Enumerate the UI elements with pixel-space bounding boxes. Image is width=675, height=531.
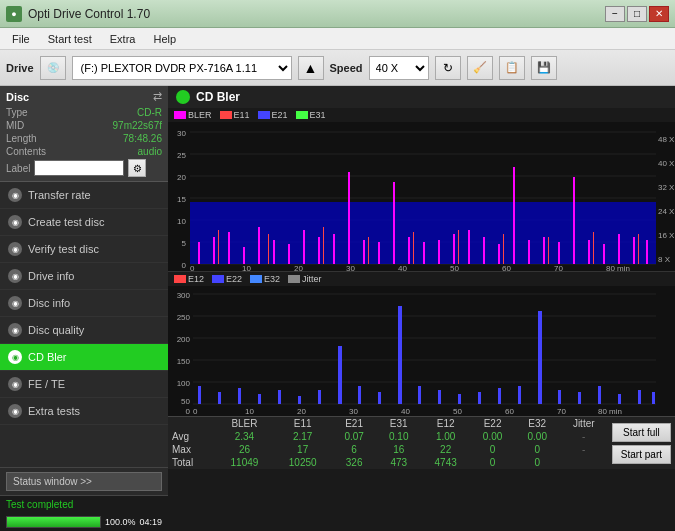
toolbar: Drive 💿 (F:) PLEXTOR DVDR PX-716A 1.11 ▲… bbox=[0, 50, 675, 86]
stats-total-jitter bbox=[560, 456, 608, 469]
sidebar-item-drive-info[interactable]: ◉ Drive info bbox=[0, 263, 168, 290]
fe-te-icon: ◉ bbox=[8, 377, 22, 391]
disc-arrow-icon[interactable]: ⇄ bbox=[153, 90, 162, 103]
svg-rect-43 bbox=[393, 182, 395, 264]
svg-text:10: 10 bbox=[245, 407, 254, 416]
close-button[interactable]: ✕ bbox=[649, 6, 669, 22]
svg-text:70: 70 bbox=[557, 407, 566, 416]
legend-e21: E21 bbox=[258, 110, 288, 120]
disc-label-input[interactable] bbox=[34, 160, 124, 176]
stats-total-e22: 0 bbox=[470, 456, 515, 469]
transfer-rate-icon: ◉ bbox=[8, 188, 22, 202]
sidebar-item-verify-test-disc[interactable]: ◉ Verify test disc bbox=[0, 236, 168, 263]
verify-test-disc-icon: ◉ bbox=[8, 242, 22, 256]
stats-header-e21: E21 bbox=[332, 417, 377, 430]
svg-rect-94 bbox=[218, 392, 221, 404]
sidebar-item-extra-tests[interactable]: ◉ Extra tests bbox=[0, 398, 168, 425]
start-full-button[interactable]: Start full bbox=[612, 423, 671, 442]
disc-type-key: Type bbox=[6, 107, 28, 118]
menu-help[interactable]: Help bbox=[145, 31, 184, 47]
stats-max-e32: 0 bbox=[515, 443, 560, 456]
svg-text:32 X: 32 X bbox=[658, 183, 675, 192]
stats-max-e12: 22 bbox=[421, 443, 470, 456]
svg-rect-93 bbox=[198, 386, 201, 404]
svg-text:300: 300 bbox=[177, 291, 191, 300]
svg-rect-69 bbox=[593, 232, 594, 264]
svg-text:100: 100 bbox=[177, 379, 191, 388]
disc-length-key: Length bbox=[6, 133, 37, 144]
stats-max-bler: 26 bbox=[215, 443, 273, 456]
sidebar-progress-pct: 100.0% bbox=[105, 517, 136, 527]
stats-header-blank bbox=[168, 417, 215, 430]
app-title: Opti Drive Control 1.70 bbox=[28, 7, 150, 21]
sidebar-item-create-test-disc[interactable]: ◉ Create test disc bbox=[0, 209, 168, 236]
svg-rect-114 bbox=[618, 394, 621, 404]
disc-type-val: CD-R bbox=[137, 107, 162, 118]
stats-total-e11: 10250 bbox=[274, 456, 332, 469]
eject-button[interactable]: ▲ bbox=[298, 56, 324, 80]
disc-panel-title: Disc bbox=[6, 91, 29, 103]
sidebar-item-label: FE / TE bbox=[28, 378, 65, 390]
svg-rect-31 bbox=[213, 237, 215, 264]
chart1-svg: 30 25 20 15 10 5 0 48 X 40 X 32 X 24 X 1… bbox=[168, 122, 675, 271]
erase-button[interactable]: 🧹 bbox=[467, 56, 493, 80]
save-button[interactable]: 💾 bbox=[531, 56, 557, 80]
speed-label: Speed bbox=[330, 62, 363, 74]
refresh-button[interactable]: ↻ bbox=[435, 56, 461, 80]
svg-rect-115 bbox=[638, 390, 641, 404]
svg-rect-116 bbox=[652, 392, 655, 404]
start-part-button[interactable]: Start part bbox=[612, 445, 671, 464]
svg-text:0: 0 bbox=[193, 407, 198, 416]
svg-rect-70 bbox=[638, 234, 639, 264]
disc-mid-key: MID bbox=[6, 120, 24, 131]
status-window-button[interactable]: Status window >> bbox=[6, 472, 162, 491]
drive-icon-btn[interactable]: 💿 bbox=[40, 56, 66, 80]
svg-text:40: 40 bbox=[401, 407, 410, 416]
svg-text:5: 5 bbox=[182, 239, 187, 248]
svg-text:80 min: 80 min bbox=[598, 407, 622, 416]
menu-file[interactable]: File bbox=[4, 31, 38, 47]
sidebar-item-disc-info[interactable]: ◉ Disc info bbox=[0, 290, 168, 317]
minimize-button[interactable]: − bbox=[605, 6, 625, 22]
legend-bler: BLER bbox=[174, 110, 212, 120]
svg-rect-46 bbox=[438, 240, 440, 264]
legend-e32-color bbox=[250, 275, 262, 283]
legend-e31: E31 bbox=[296, 110, 326, 120]
stats-header-e31: E31 bbox=[376, 417, 421, 430]
svg-text:20: 20 bbox=[294, 264, 303, 271]
svg-rect-111 bbox=[558, 390, 561, 404]
drive-select[interactable]: (F:) PLEXTOR DVDR PX-716A 1.11 bbox=[72, 56, 292, 80]
menu-extra[interactable]: Extra bbox=[102, 31, 144, 47]
menu-starttest[interactable]: Start test bbox=[40, 31, 100, 47]
sidebar-item-cd-bler[interactable]: ◉ CD Bler bbox=[0, 344, 168, 371]
svg-rect-68 bbox=[548, 237, 549, 264]
maximize-button[interactable]: □ bbox=[627, 6, 647, 22]
stats-table: BLER E11 E21 E31 E12 E22 E32 Jitter Avg bbox=[168, 417, 608, 469]
sidebar-item-disc-quality[interactable]: ◉ Disc quality bbox=[0, 317, 168, 344]
svg-rect-112 bbox=[578, 392, 581, 404]
sidebar-item-transfer-rate[interactable]: ◉ Transfer rate bbox=[0, 182, 168, 209]
stats-header-bler: BLER bbox=[215, 417, 273, 430]
svg-rect-54 bbox=[558, 242, 560, 264]
sidebar-item-fe-te[interactable]: ◉ FE / TE bbox=[0, 371, 168, 398]
chart1-icon bbox=[176, 90, 190, 104]
bottom-status-text: Test completed bbox=[6, 499, 73, 510]
disc-quality-icon: ◉ bbox=[8, 323, 22, 337]
sidebar-item-label: Disc quality bbox=[28, 324, 84, 336]
svg-rect-105 bbox=[438, 390, 441, 404]
legend-e21-label: E21 bbox=[272, 110, 288, 120]
svg-rect-51 bbox=[513, 167, 515, 264]
chart1-area: 30 25 20 15 10 5 0 48 X 40 X 32 X 24 X 1… bbox=[168, 122, 675, 272]
window-controls: − □ ✕ bbox=[605, 6, 669, 22]
disc-settings-icon[interactable]: ⚙ bbox=[128, 159, 146, 177]
copy-button[interactable]: 📋 bbox=[499, 56, 525, 80]
svg-rect-107 bbox=[478, 392, 481, 404]
svg-text:0: 0 bbox=[182, 261, 187, 270]
stats-header-e11: E11 bbox=[274, 417, 332, 430]
legend-jitter-color bbox=[288, 275, 300, 283]
svg-rect-35 bbox=[273, 240, 275, 264]
speed-select[interactable]: 40 X bbox=[369, 56, 429, 80]
svg-rect-47 bbox=[453, 234, 455, 264]
stats-avg-e22: 0.00 bbox=[470, 430, 515, 443]
sidebar-progress-bar bbox=[6, 516, 101, 528]
